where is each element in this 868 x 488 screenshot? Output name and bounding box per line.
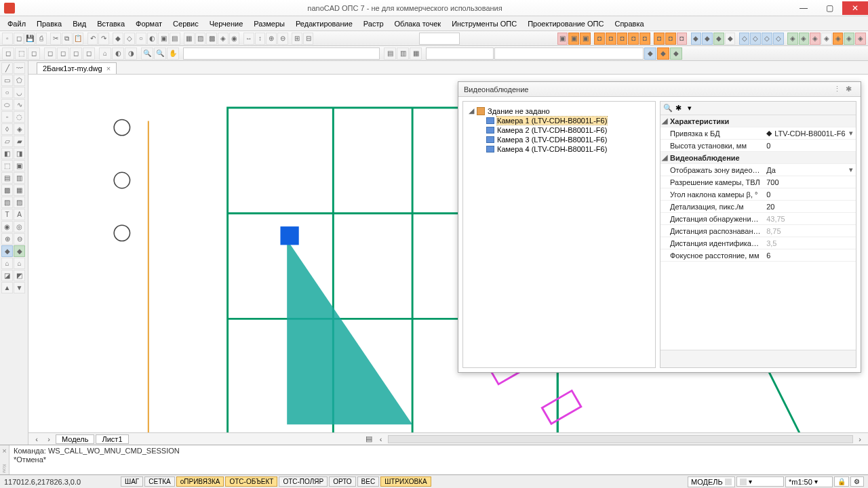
ops-icon[interactable]: ◘ xyxy=(639,33,650,45)
ops-icon[interactable]: ◈ xyxy=(810,33,821,45)
ops-icon[interactable]: ◆ xyxy=(713,33,724,45)
circle-icon[interactable]: ○ xyxy=(1,87,13,98)
prop-row[interactable]: Разрешение камеры, ТВЛ700 xyxy=(660,176,856,188)
prop-icon[interactable]: ◆ xyxy=(670,47,682,60)
prop-row[interactable]: Дистанция обнаружения, м43,75 xyxy=(660,213,856,225)
ops-icon[interactable]: ◈ xyxy=(799,33,810,45)
tree-root[interactable]: ◢ Здание не задано xyxy=(467,106,651,116)
zoom-out-icon[interactable]: 🔍 xyxy=(154,47,166,60)
menu-view[interactable]: Вид xyxy=(68,18,91,29)
tool-icon[interactable]: ⌂ xyxy=(14,258,25,269)
snap-grid[interactable]: СЕТКА xyxy=(144,476,175,487)
tool-icon[interactable]: ◎ xyxy=(14,221,25,232)
nav-next-icon[interactable]: › xyxy=(43,435,54,443)
prop-row[interactable]: Дистанция распознавания, м8,75 xyxy=(660,225,856,237)
prop-icon[interactable]: ◆ xyxy=(657,47,669,60)
close-button[interactable]: ✕ xyxy=(842,1,868,15)
tool-icon[interactable]: ◆ xyxy=(113,33,123,45)
line-icon[interactable]: ╱ xyxy=(1,62,13,74)
copy-icon[interactable]: ⧉ xyxy=(62,33,73,45)
tool-icon[interactable]: ▤ xyxy=(170,33,180,45)
tool-icon[interactable]: ◈ xyxy=(14,123,25,135)
tool-icon[interactable]: ◻ xyxy=(28,47,40,60)
prop-tool-icon[interactable]: 🔍 xyxy=(663,104,673,113)
rect-icon[interactable]: ▭ xyxy=(1,75,13,86)
tool-icon[interactable]: ↕ xyxy=(255,33,266,45)
tool-icon[interactable]: ▰ xyxy=(14,136,25,147)
command-window[interactable]: ×Ком Команда: WS_CALL_WO_MNU_CMD_SESSION… xyxy=(0,445,868,474)
tool-icon[interactable]: ⊟ xyxy=(303,33,314,45)
ellipse-icon[interactable]: ⬭ xyxy=(1,99,13,110)
menu-pointclouds[interactable]: Облака точек xyxy=(390,18,446,29)
tool-icon[interactable]: ◐ xyxy=(147,33,158,45)
status-lock-icon[interactable]: 🔒 xyxy=(834,476,849,487)
tool-icon[interactable]: ◧ xyxy=(1,148,13,159)
tool-icon[interactable]: ▩ xyxy=(206,33,217,45)
tool-icon[interactable]: ◻ xyxy=(57,47,69,60)
tree-camera-2[interactable]: Камера 2 (LTV-CDH-B8001L-F6) xyxy=(485,125,651,135)
tree-camera-3[interactable]: Камера 3 (LTV-CDH-B8001L-F6) xyxy=(485,135,651,144)
ops-icon[interactable]: ◘ xyxy=(628,33,639,45)
prop-field[interactable] xyxy=(494,47,644,60)
tool-icon[interactable]: ▧ xyxy=(1,197,13,208)
ops-icon[interactable]: ◈ xyxy=(844,33,854,45)
ops-icon[interactable]: ◇ xyxy=(762,33,772,45)
tool-icon[interactable]: ⬚ xyxy=(1,160,13,171)
tool-icon[interactable]: ⊖ xyxy=(277,33,288,45)
snap-osnap[interactable]: оПРИВЯЗКА xyxy=(176,476,224,487)
close-tab-icon[interactable]: × xyxy=(106,64,111,73)
ops-icon[interactable]: ◈ xyxy=(787,33,798,45)
command-input[interactable] xyxy=(183,47,380,60)
menu-modify[interactable]: Редактирование xyxy=(291,18,357,29)
tabs-menu-icon[interactable]: ▤ xyxy=(363,434,374,443)
camera-tree[interactable]: ◢ Здание не задано Камера 1 (LTV-CDH-B80… xyxy=(462,101,656,368)
snap-hatch[interactable]: ШТРИХОВКА xyxy=(380,476,431,487)
prop-tool-icon[interactable]: ▾ xyxy=(688,104,697,113)
ops-icon[interactable]: ◈ xyxy=(821,33,832,45)
ops-icon[interactable]: ▣ xyxy=(557,33,568,45)
tool-icon[interactable]: ↔ xyxy=(243,33,254,45)
tree-camera-1[interactable]: Камера 1 (LTV-CDH-B8001L-F6) xyxy=(485,116,651,125)
tool-icon[interactable]: ◨ xyxy=(14,148,25,159)
tool-icon[interactable]: ▼ xyxy=(14,282,25,293)
spline-icon[interactable]: ∿ xyxy=(14,99,25,110)
menu-draw[interactable]: Черчение xyxy=(205,18,248,29)
menu-ops-design[interactable]: Проектирование ОПС xyxy=(523,18,608,29)
tool-icon[interactable]: ◪ xyxy=(1,270,13,281)
tool-icon[interactable]: ▣ xyxy=(158,33,169,45)
tree-camera-4[interactable]: Камера 4 (LTV-CDH-B8001L-F6) xyxy=(485,144,651,154)
tab-sheet1[interactable]: Лист1 xyxy=(96,434,128,444)
cut-icon[interactable]: ✂ xyxy=(50,33,61,45)
polyline-icon[interactable]: 〰 xyxy=(14,62,25,74)
ops-icon[interactable]: ◇ xyxy=(750,33,761,45)
scroll-right-icon[interactable]: › xyxy=(854,435,865,443)
tool-icon[interactable]: ⌂ xyxy=(99,47,111,60)
tool-icon[interactable]: A xyxy=(14,209,25,220)
scroll-left-icon[interactable]: ‹ xyxy=(376,435,387,443)
menu-format[interactable]: Формат xyxy=(131,18,167,29)
ops-icon[interactable]: ◈ xyxy=(833,33,844,45)
tool-icon[interactable]: ◌ xyxy=(14,111,25,123)
tool-icon[interactable]: ⊞ xyxy=(292,33,302,45)
menu-ops-tools[interactable]: Инструменты ОПС xyxy=(447,18,521,29)
menu-raster[interactable]: Растр xyxy=(359,18,389,29)
ops-icon[interactable]: ◘ xyxy=(617,33,628,45)
layer-icon[interactable]: ▥ xyxy=(397,47,409,60)
tab-model[interactable]: Модель xyxy=(56,434,94,444)
prop-row[interactable]: Привязка к БД◆LTV-CDH-B8001L-F6▾ xyxy=(660,127,856,140)
status-model[interactable]: МОДЕЛЬ xyxy=(688,476,735,487)
tool-icon[interactable]: ◑ xyxy=(125,47,137,60)
ops-icon[interactable]: ▣ xyxy=(568,33,579,45)
print-icon[interactable]: ⎙ xyxy=(36,33,47,45)
tool-icon[interactable]: ⊕ xyxy=(266,33,277,45)
ops-icon[interactable]: ◇ xyxy=(739,33,750,45)
prop-icon[interactable]: ◆ xyxy=(644,47,656,60)
tool-icon[interactable]: ⬚ xyxy=(15,47,27,60)
maximize-button[interactable]: ▢ xyxy=(816,1,842,15)
tool-icon[interactable]: ◻ xyxy=(70,47,82,60)
status-scale[interactable]: *m1:50▾ xyxy=(785,476,833,487)
polygon-icon[interactable]: ⬠ xyxy=(14,75,25,86)
ops-icon[interactable]: ◘ xyxy=(606,33,616,45)
prop-row[interactable]: Отображать зону видеонаблюд...Да▾ xyxy=(660,164,856,176)
status-iso[interactable]: ▾ xyxy=(736,476,784,487)
